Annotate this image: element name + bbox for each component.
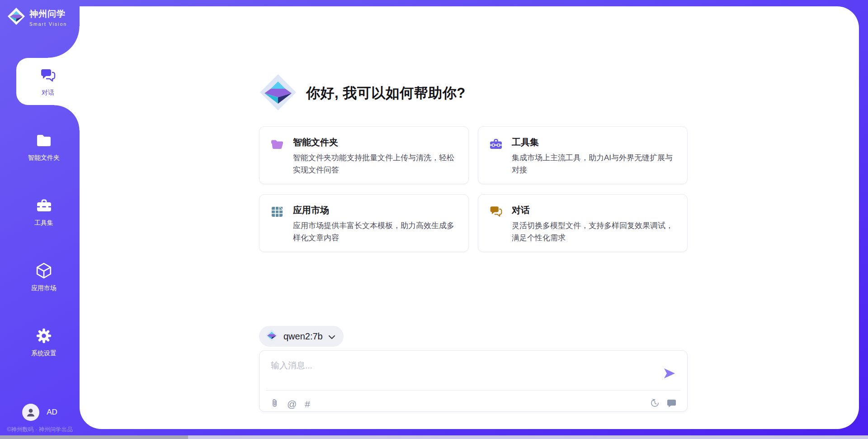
card-description: 灵活切换多模型文件，支持多样回复效果调试，满足个性化需求 [512, 220, 676, 244]
card-body: 应用市场 应用市场提供丰富长文本模板，助力高效生成多样化文章内容 [293, 205, 458, 242]
send-icon [664, 374, 675, 381]
toolbox-icon [489, 137, 503, 151]
attach-file-button[interactable] [271, 398, 279, 411]
card-toolset[interactable]: 工具集 集成市场上主流工具，助力AI与外界无缝扩展与对接 [478, 126, 688, 184]
scrollbar-thumb[interactable] [0, 435, 188, 439]
sidebar-item-toolset[interactable]: 工具集 [0, 188, 80, 235]
toolbox-icon [35, 197, 52, 214]
card-body: 工具集 集成市场上主流工具，助力AI与外界无缝扩展与对接 [512, 137, 676, 174]
card-body: 智能文件夹 智能文件夹功能支持批量文件上传与清洗，轻松实现文件问答 [293, 137, 458, 174]
brand-logo-icon [7, 7, 25, 27]
composer-toolbar-right [650, 398, 676, 410]
avatar [22, 404, 39, 421]
grid-cube-icon [270, 205, 284, 219]
send-button[interactable] [664, 367, 675, 379]
copyright: ©神州数码 · 神州问学出品 [0, 426, 80, 434]
greeting: 你好, 我可以如何帮助你? [259, 73, 466, 113]
model-name: qwen2:7b [283, 331, 323, 342]
sidebar-item-app-market[interactable]: 应用市场 [0, 253, 80, 301]
sidebar-item-label: 系统设置 [31, 349, 57, 358]
greeting-title: 你好, 我可以如何帮助你? [306, 84, 466, 103]
gear-icon [35, 327, 52, 344]
card-title: 工具集 [512, 137, 676, 148]
card-title: 智能文件夹 [293, 137, 458, 148]
history-clock-icon [650, 398, 660, 410]
card-chat[interactable]: 对话 灵活切换多模型文件，支持多样回复效果调试，满足个性化需求 [478, 194, 688, 252]
horizontal-scrollbar[interactable] [0, 435, 868, 439]
card-description: 应用市场提供丰富长文本模板，助力高效生成多样化文章内容 [293, 220, 458, 244]
user-profile[interactable]: AD [0, 404, 80, 421]
sidebar-item-label: 应用市场 [31, 284, 57, 292]
sidebar-item-label: 对话 [42, 89, 54, 97]
brand: 神州问学 Smart Vision [7, 7, 67, 27]
brand-subtitle: Smart Vision [29, 21, 67, 27]
folder-open-icon [270, 137, 284, 151]
assistant-logo-icon [259, 73, 297, 113]
sidebar-item-smart-folder[interactable]: 智能文件夹 [0, 123, 80, 170]
composer-toolbar: @ # [271, 396, 676, 412]
card-description: 智能文件夹功能支持批量文件上传与清洗，轻松实现文件问答 [293, 152, 458, 176]
mention-button[interactable]: @ [287, 399, 297, 410]
card-smart-folder[interactable]: 智能文件夹 智能文件夹功能支持批量文件上传与清洗，轻松实现文件问答 [259, 126, 469, 184]
sidebar-nav: 对话 智能文件夹 工具集 [0, 58, 80, 384]
card-body: 对话 灵活切换多模型文件，支持多样回复效果调试，满足个性化需求 [512, 205, 676, 242]
card-title: 应用市场 [293, 205, 458, 215]
feature-cards: 智能文件夹 智能文件夹功能支持批量文件上传与清洗，轻松实现文件问答 工具集 集成… [259, 126, 688, 252]
sidebar-item-settings[interactable]: 系统设置 [0, 319, 80, 366]
brand-name: 神州问学 [29, 8, 67, 20]
cube-icon [35, 262, 52, 279]
history-button[interactable] [650, 398, 660, 410]
chat-icon [39, 67, 57, 84]
chevron-down-icon [328, 331, 335, 342]
sidebar: 神州问学 Smart Vision 对话 智能文件夹 [0, 0, 80, 439]
card-description: 集成市场上主流工具，助力AI与外界无缝扩展与对接 [512, 152, 676, 176]
chat-bubbles-icon [489, 205, 503, 219]
chat-bubble-icon [667, 399, 676, 410]
model-selector[interactable]: qwen2:7b [259, 326, 344, 347]
folder-icon [35, 132, 52, 149]
sidebar-item-label: 工具集 [34, 219, 53, 227]
card-title: 对话 [512, 205, 676, 215]
sidebar-item-chat[interactable]: 对话 [16, 58, 80, 105]
chat-bubble-button[interactable] [667, 399, 676, 410]
hashtag-button[interactable]: # [305, 399, 310, 410]
main-panel: 你好, 我可以如何帮助你? 智能文件夹 智能文件夹功能支持批量文件上传与清洗，轻… [80, 6, 859, 429]
message-input[interactable] [271, 358, 660, 373]
user-name: AD [47, 408, 57, 417]
paperclip-icon [271, 398, 279, 411]
composer: @ # [259, 350, 688, 412]
model-logo-icon [265, 329, 278, 344]
sidebar-item-label: 智能文件夹 [28, 154, 60, 162]
composer-divider [266, 390, 681, 391]
card-app-market[interactable]: 应用市场 应用市场提供丰富长文本模板，助力高效生成多样化文章内容 [259, 194, 469, 252]
